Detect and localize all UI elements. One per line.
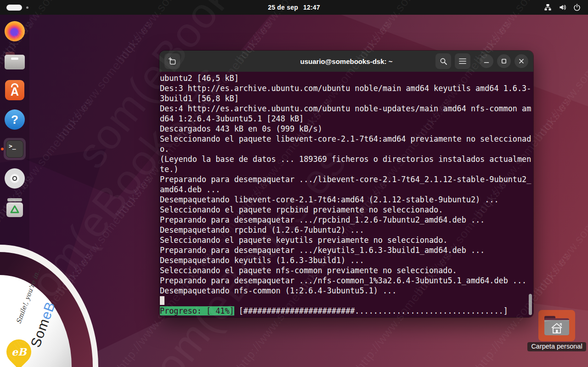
- help-icon: ?: [5, 109, 25, 130]
- dock-item-files[interactable]: [4, 50, 26, 72]
- close-button[interactable]: [514, 54, 528, 68]
- apt-progress-row: Progreso: [ 41%] [######################…: [160, 306, 533, 316]
- maximize-button[interactable]: [497, 54, 511, 68]
- clock-time: 12:47: [303, 4, 320, 11]
- running-indicator-dot: [1, 148, 4, 150]
- menu-button[interactable]: [455, 53, 470, 69]
- maximize-icon: [501, 58, 507, 64]
- desktop-icon-label: Carpeta personal: [527, 342, 586, 351]
- dock-item-trash[interactable]: [4, 197, 26, 219]
- trash-icon: [6, 198, 24, 218]
- hamburger-menu-icon: [459, 58, 466, 64]
- clock-date: 25 de sep: [268, 4, 298, 11]
- software-store-icon: A: [5, 80, 24, 100]
- firefox-icon: [5, 21, 25, 41]
- home-folder-selection: [538, 310, 575, 341]
- home-folder-icon: [543, 315, 570, 336]
- terminal-cursor-row: [160, 296, 533, 306]
- dock: A ? >_: [0, 15, 29, 367]
- clock[interactable]: 25 de sep 12:47: [268, 4, 320, 11]
- dock-item-terminal[interactable]: >_: [4, 138, 26, 160]
- activities-pill[interactable]: [6, 5, 22, 11]
- dock-item-disc[interactable]: [4, 167, 26, 189]
- files-icon: [5, 52, 25, 69]
- network-icon: [544, 4, 552, 11]
- new-tab-button[interactable]: [164, 53, 180, 69]
- workspace-dot: [26, 6, 28, 9]
- volume-icon: [559, 4, 566, 11]
- search-button[interactable]: [435, 53, 451, 69]
- dock-item-firefox[interactable]: [4, 20, 26, 42]
- power-icon: [573, 4, 581, 11]
- minimize-button[interactable]: [480, 54, 493, 68]
- apt-progress-label: Progreso: [ 41%]: [160, 306, 234, 315]
- disc-icon: [5, 168, 25, 189]
- terminal-output-area[interactable]: ubuntu2 [46,5 kB] Des:3 http://es.archiv…: [159, 72, 533, 317]
- desktop-icon-home-folder[interactable]: Carpeta personal: [526, 310, 587, 351]
- system-status-area[interactable]: [544, 4, 581, 11]
- dock-item-help[interactable]: ?: [4, 109, 26, 131]
- apt-progress-bar: [########################...............…: [234, 306, 508, 315]
- dock-item-software[interactable]: A: [4, 79, 26, 101]
- minimize-icon: [484, 58, 489, 64]
- terminal-scrollbar-thumb[interactable]: [529, 294, 532, 315]
- terminal-titlebar[interactable]: usuario@somebooks-dsk: ~: [159, 51, 533, 72]
- close-icon: [519, 58, 524, 64]
- terminal-cursor: [160, 296, 164, 305]
- terminal-icon: >_: [6, 140, 23, 158]
- new-tab-icon: [168, 57, 176, 65]
- search-icon: [440, 57, 447, 65]
- terminal-output-text: ubuntu2 [46,5 kB] Des:3 http://es.archiv…: [160, 73, 533, 296]
- window-title: usuario@somebooks-dsk: ~: [300, 57, 393, 65]
- top-bar: 25 de sep 12:47: [0, 0, 588, 15]
- terminal-window: usuario@somebooks-dsk: ~ ubuntu2 [46,5 k…: [159, 51, 533, 317]
